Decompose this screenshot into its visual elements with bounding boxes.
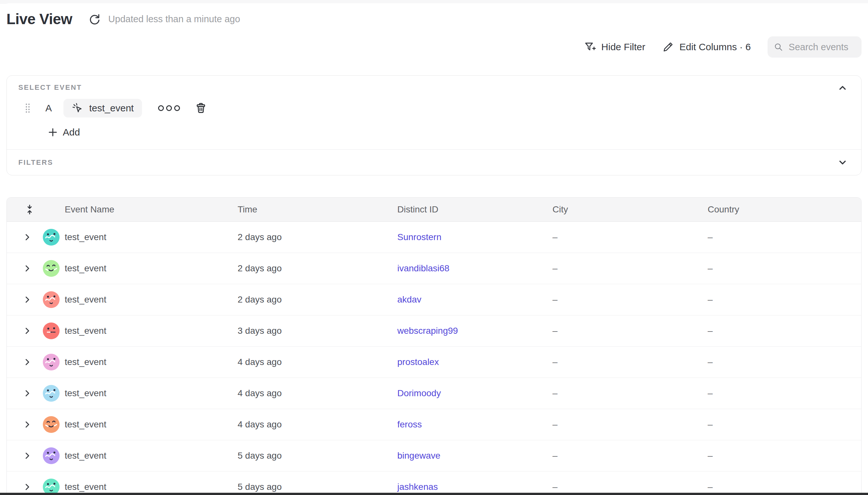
expand-row-button[interactable] xyxy=(23,420,32,429)
user-avatar[interactable] xyxy=(43,354,59,371)
expand-row-button[interactable] xyxy=(23,358,32,366)
user-avatar[interactable] xyxy=(43,385,59,402)
distinct-id-link[interactable]: akdav xyxy=(397,294,422,305)
drag-handle[interactable] xyxy=(25,103,31,114)
distinct-id-link[interactable]: jashkenas xyxy=(397,482,438,492)
live-view-page: Live View Updated less than a minute ago… xyxy=(0,0,868,495)
time-cell: 2 days ago xyxy=(238,263,397,274)
page-title: Live View xyxy=(6,10,72,28)
expand-row-button[interactable] xyxy=(23,295,32,304)
chevron-right-icon xyxy=(23,420,32,429)
chevron-right-icon xyxy=(23,389,32,398)
pencil-icon xyxy=(662,41,674,53)
user-avatar[interactable] xyxy=(43,260,59,277)
time-cell: 4 days ago xyxy=(238,420,397,430)
avatar-face-icon xyxy=(43,447,59,464)
city-cell: – xyxy=(552,482,708,492)
chevron-right-icon xyxy=(23,295,32,304)
expand-row-button[interactable] xyxy=(23,451,32,460)
column-header-country[interactable]: Country xyxy=(708,204,861,215)
table-header-row: Event Name Time Distinct ID City Country xyxy=(7,198,861,222)
user-avatar[interactable] xyxy=(43,416,59,433)
table-row: test_event 2 days ago Sunrostern – – xyxy=(7,222,861,253)
time-cell: 4 days ago xyxy=(238,357,397,367)
last-updated-text: Updated less than a minute ago xyxy=(108,14,240,24)
search-input[interactable] xyxy=(788,41,855,53)
chevron-right-icon xyxy=(23,233,32,242)
expand-row-button[interactable] xyxy=(23,326,32,335)
distinct-id-link[interactable]: Dorimoody xyxy=(397,388,441,398)
avatar-face-icon xyxy=(43,229,59,245)
delete-event-button[interactable] xyxy=(194,101,208,115)
country-cell: – xyxy=(708,420,861,430)
user-avatar[interactable] xyxy=(43,229,59,245)
more-options-button[interactable] xyxy=(156,103,182,113)
time-cell: 5 days ago xyxy=(238,482,397,492)
city-cell: – xyxy=(552,263,708,274)
event-name-cell: test_event xyxy=(65,357,238,367)
expand-row-button[interactable] xyxy=(23,389,32,398)
expand-filters-button[interactable] xyxy=(836,156,849,169)
cursor-click-icon xyxy=(72,102,83,114)
ellipsis-icon xyxy=(158,105,164,111)
event-name-cell: test_event xyxy=(65,263,238,274)
event-name-cell: test_event xyxy=(65,326,238,336)
search-icon xyxy=(774,41,783,52)
page-header: Live View Updated less than a minute ago xyxy=(6,0,862,28)
expand-row-button[interactable] xyxy=(23,233,32,242)
distinct-id-link[interactable]: webscraping99 xyxy=(397,326,458,336)
add-event-button[interactable]: Add xyxy=(48,125,80,139)
avatar-face-icon xyxy=(43,323,59,339)
expand-row-button[interactable] xyxy=(23,482,32,492)
city-cell: – xyxy=(552,388,708,398)
time-cell: 5 days ago xyxy=(238,450,397,461)
expand-row-button[interactable] xyxy=(23,264,32,273)
column-header-city[interactable]: City xyxy=(552,204,708,215)
event-letter-label: A xyxy=(46,103,52,114)
distinct-id-link[interactable]: bingewave xyxy=(397,450,440,461)
column-header-event-name[interactable]: Event Name xyxy=(65,204,238,215)
distinct-id-link[interactable]: prostoalex xyxy=(397,357,439,367)
table-row: test_event 4 days ago feross – – xyxy=(7,409,861,440)
chevron-right-icon xyxy=(23,482,32,492)
avatar-face-icon xyxy=(43,416,59,433)
collapse-section-button[interactable] xyxy=(836,82,849,94)
refresh-icon xyxy=(88,13,101,25)
table-row: test_event 2 days ago ivandiblasi68 – – xyxy=(7,253,861,284)
avatar-face-icon xyxy=(43,354,59,371)
column-header-time[interactable]: Time xyxy=(238,204,397,215)
time-cell: 2 days ago xyxy=(238,232,397,242)
user-avatar[interactable] xyxy=(43,323,59,339)
edit-columns-label: Edit Columns · 6 xyxy=(679,41,751,52)
search-box xyxy=(768,36,862,57)
city-cell: – xyxy=(552,294,708,305)
event-selector-chip[interactable]: test_event xyxy=(64,99,142,118)
chevron-right-icon xyxy=(23,326,32,335)
event-name-cell: test_event xyxy=(65,420,238,430)
collapse-rows-button[interactable] xyxy=(24,204,35,215)
user-avatar[interactable] xyxy=(43,447,59,464)
bottom-bar xyxy=(0,493,868,495)
column-header-distinct-id[interactable]: Distinct ID xyxy=(397,204,552,215)
edit-columns-button[interactable]: Edit Columns · 6 xyxy=(662,41,751,53)
city-cell: – xyxy=(552,450,708,461)
refresh-button[interactable] xyxy=(88,13,101,25)
country-cell: – xyxy=(708,263,861,274)
distinct-id-link[interactable]: ivandiblasi68 xyxy=(397,263,449,273)
user-avatar[interactable] xyxy=(43,291,59,308)
distinct-id-link[interactable]: Sunrostern xyxy=(397,232,441,242)
hide-filter-button[interactable]: Hide Filter xyxy=(584,41,646,53)
filters-label: FILTERS xyxy=(18,158,53,167)
collapse-vertical-icon xyxy=(24,204,35,215)
country-cell: – xyxy=(708,294,861,305)
event-name-cell: test_event xyxy=(65,294,238,305)
country-cell: – xyxy=(708,326,861,336)
distinct-id-link[interactable]: feross xyxy=(397,420,422,429)
filters-section: FILTERS xyxy=(7,149,861,175)
chevron-right-icon xyxy=(23,358,32,366)
table-row: test_event 4 days ago Dorimoody – – xyxy=(7,378,861,409)
table-body: test_event 2 days ago Sunrostern – – xyxy=(7,222,861,495)
table-row: test_event 4 days ago prostoalex – – xyxy=(7,347,861,378)
country-cell: – xyxy=(708,232,861,242)
events-table: Event Name Time Distinct ID City Country xyxy=(6,197,862,495)
